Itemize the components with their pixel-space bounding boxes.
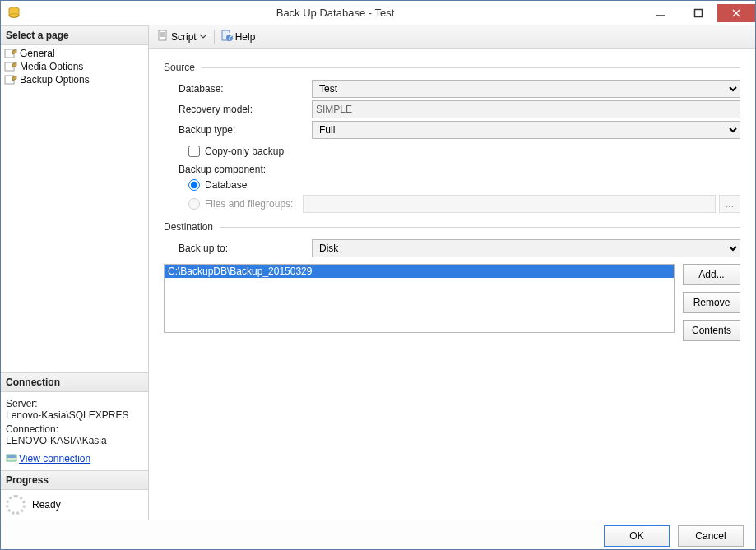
toolbar-separator xyxy=(214,30,215,44)
server-value: Lenovo-Kasia\SQLEXPRES xyxy=(6,409,143,421)
page-list: General Media Options Backup Options xyxy=(1,45,148,88)
minimize-button[interactable] xyxy=(642,4,679,22)
connection-info: Server: Lenovo-Kasia\SQLEXPRES Connectio… xyxy=(1,392,148,470)
right-panel: Script ? Help Source Database: Test Reco… xyxy=(149,25,755,520)
help-button[interactable]: ? Help xyxy=(218,28,259,45)
script-label: Script xyxy=(171,31,197,43)
radio-database[interactable] xyxy=(188,179,200,191)
remove-button[interactable]: Remove xyxy=(683,292,740,313)
filegroups-field xyxy=(303,195,716,213)
server-icon xyxy=(6,451,19,465)
svg-rect-11 xyxy=(159,30,166,40)
add-button[interactable]: Add... xyxy=(683,264,740,285)
help-label: Help xyxy=(235,31,256,43)
radio-database-label: Database xyxy=(205,179,247,191)
backup-to-label: Back up to: xyxy=(164,243,312,254)
backup-component-label: Backup component: xyxy=(164,164,740,175)
close-button[interactable] xyxy=(717,4,755,22)
page-item-label: General xyxy=(20,48,55,59)
connection-header: Connection xyxy=(1,372,148,392)
svg-line-4 xyxy=(733,10,740,16)
group-source: Source xyxy=(164,62,195,73)
backup-to-select[interactable]: Disk xyxy=(312,239,740,257)
page-item-label: Backup Options xyxy=(20,74,90,86)
server-label: Server: xyxy=(6,398,143,409)
progress-header: Progress xyxy=(1,470,148,490)
title-bar: Back Up Database - Test xyxy=(1,1,755,25)
svg-rect-3 xyxy=(695,9,703,16)
copy-only-checkbox[interactable] xyxy=(188,146,200,157)
backup-type-label: Backup type: xyxy=(164,124,312,136)
radio-files-filegroups-label: Files and filegroups: xyxy=(205,198,293,210)
svg-rect-10 xyxy=(7,455,16,458)
main-form: Source Database: Test Recovery model: Ba… xyxy=(149,49,755,520)
page-item-media-options[interactable]: Media Options xyxy=(1,60,148,73)
dialog-footer: OK Cancel xyxy=(1,520,755,550)
connection-value: LENOVO-KASIA\Kasia xyxy=(6,435,143,446)
svg-line-5 xyxy=(733,10,740,16)
window-title: Back Up Database - Test xyxy=(29,7,642,19)
database-select[interactable]: Test xyxy=(312,80,740,98)
destination-item[interactable]: C:\BackupDB\Backup_20150329 xyxy=(165,265,674,278)
radio-files-filegroups xyxy=(188,198,200,210)
page-item-backup-options[interactable]: Backup Options xyxy=(1,73,148,86)
database-label: Database: xyxy=(164,83,312,95)
destination-list[interactable]: C:\BackupDB\Backup_20150329 xyxy=(164,264,675,333)
page-item-label: Media Options xyxy=(20,61,83,72)
group-destination: Destination xyxy=(164,221,213,233)
recovery-model-value xyxy=(312,100,740,118)
left-panel: Select a page General Media Options Back… xyxy=(1,25,149,520)
svg-text:?: ? xyxy=(226,31,232,41)
view-connection-link[interactable]: View connection xyxy=(19,453,90,464)
ok-button[interactable]: OK xyxy=(604,525,670,547)
page-item-general[interactable]: General xyxy=(1,47,148,60)
connection-label: Connection: xyxy=(6,423,143,435)
progress-block: Ready xyxy=(1,490,148,520)
script-button[interactable]: Script xyxy=(154,28,211,45)
toolbar: Script ? Help xyxy=(149,25,755,49)
recovery-model-label: Recovery model: xyxy=(164,104,312,115)
progress-spinner-icon xyxy=(6,495,26,515)
contents-button[interactable]: Contents xyxy=(683,320,740,341)
database-icon xyxy=(7,7,22,20)
progress-state: Ready xyxy=(32,499,61,511)
dropdown-arrow-icon xyxy=(199,31,207,43)
help-icon: ? xyxy=(221,30,233,44)
filegroups-browse-button: ... xyxy=(719,195,740,213)
cancel-button[interactable]: Cancel xyxy=(678,525,744,547)
select-page-header: Select a page xyxy=(1,25,148,45)
copy-only-label: Copy-only backup xyxy=(205,146,284,157)
script-icon xyxy=(157,30,169,44)
maximize-button[interactable] xyxy=(679,4,717,22)
backup-type-select[interactable]: Full xyxy=(312,121,740,139)
